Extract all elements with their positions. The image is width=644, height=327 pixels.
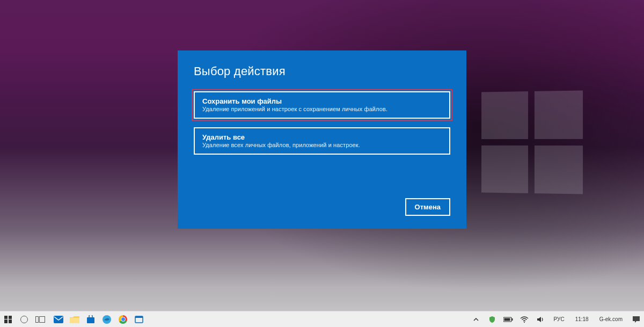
svg-rect-7: [511, 318, 513, 321]
option-remove-desc: Удаление всех личных файлов, приложений …: [202, 142, 442, 148]
cortana-button[interactable]: [16, 311, 32, 328]
tray-wifi-icon[interactable]: [516, 311, 532, 328]
start-button[interactable]: [0, 311, 16, 328]
desktop-wallpaper: Выбор действия Сохранить мои файлы Удале…: [0, 0, 644, 327]
svg-rect-1: [70, 318, 79, 323]
tray-ime-language[interactable]: РУС: [548, 311, 570, 328]
tray-battery-icon[interactable]: [500, 311, 516, 328]
tray-security-icon[interactable]: [484, 311, 500, 328]
option-keep-desc: Удаление приложений и настроек с сохране…: [202, 106, 442, 112]
cancel-button[interactable]: Отмена: [405, 198, 450, 216]
taskbar-app-edge[interactable]: [99, 311, 115, 328]
option-remove-everything[interactable]: Удалить все Удаление всех личных файлов,…: [194, 127, 450, 155]
tray-volume-icon[interactable]: [532, 311, 548, 328]
taskbar: РУС 11:18 G-ek.com: [0, 311, 644, 327]
windows-logo-wallpaper: [481, 90, 583, 194]
taskbar-app-mail[interactable]: [50, 311, 67, 328]
dialog-title: Выбор действия: [194, 64, 450, 78]
action-center-button[interactable]: [628, 311, 644, 328]
option-keep-title: Сохранить мои файлы: [202, 97, 442, 105]
watermark-site: G-ek.com: [594, 311, 628, 328]
svg-rect-8: [504, 318, 510, 321]
taskbar-app-store[interactable]: [83, 311, 99, 328]
taskbar-app-chrome[interactable]: [115, 311, 131, 328]
clock-text: 11:18: [573, 316, 591, 322]
svg-point-9: [524, 322, 525, 323]
taskbar-app-settings[interactable]: [131, 311, 147, 328]
svg-rect-2: [87, 317, 94, 323]
tray-clock[interactable]: 11:18: [570, 311, 594, 328]
option-remove-title: Удалить все: [202, 133, 442, 141]
svg-rect-5: [135, 316, 143, 318]
tray-overflow-button[interactable]: [468, 311, 484, 328]
taskbar-app-explorer[interactable]: [67, 311, 83, 328]
reset-pc-dialog: Выбор действия Сохранить мои файлы Удале…: [178, 50, 466, 229]
site-text: G-ek.com: [597, 316, 625, 322]
ime-language-text: РУС: [552, 316, 567, 322]
task-view-button[interactable]: [32, 311, 48, 328]
option-keep-my-files[interactable]: Сохранить мои файлы Удаление приложений …: [194, 91, 450, 119]
svg-rect-0: [54, 316, 63, 323]
